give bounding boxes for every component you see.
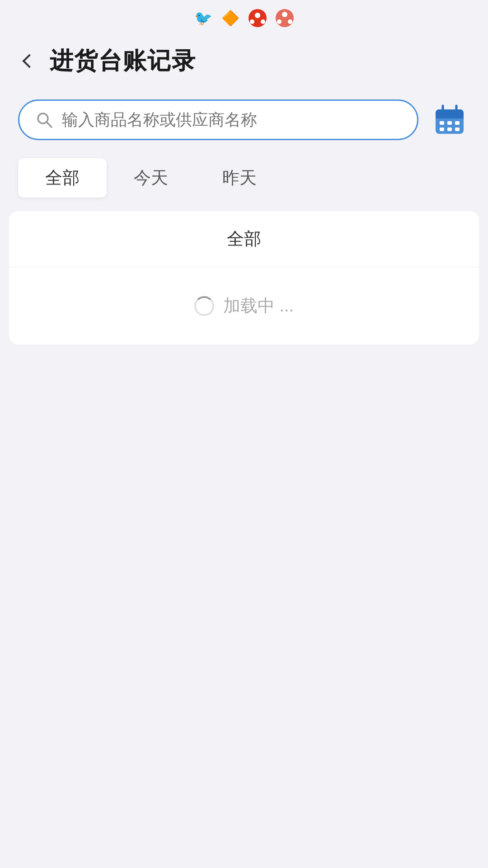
app-icon-1: 🐦 (193, 8, 214, 28)
app-icon-2: 🔶 (220, 8, 241, 28)
svg-rect-20 (455, 127, 460, 131)
search-bar[interactable] (18, 99, 418, 140)
svg-rect-17 (455, 121, 460, 125)
content-area: 全部 加载中 ... (9, 211, 479, 344)
search-section (0, 90, 488, 154)
header: 进货台账记录 (0, 36, 488, 90)
content-section-title: 全部 (9, 211, 479, 267)
svg-point-6 (277, 19, 282, 24)
svg-point-5 (282, 12, 287, 17)
loading-area: 加载中 ... (9, 267, 479, 344)
svg-rect-19 (447, 127, 452, 131)
app-icon-3 (247, 8, 268, 28)
loading-text: 加载中 ... (223, 294, 294, 317)
svg-point-3 (261, 19, 265, 24)
svg-rect-12 (436, 115, 464, 118)
status-bar: 🐦 🔶 (0, 0, 488, 36)
svg-point-2 (250, 19, 254, 24)
svg-rect-16 (447, 121, 452, 125)
status-icons: 🐦 🔶 (193, 8, 295, 28)
app-icon-4 (274, 8, 295, 28)
page-title: 进货台账记录 (50, 45, 196, 77)
search-icon (36, 111, 53, 128)
loading-spinner (194, 296, 214, 316)
back-chevron-icon (22, 54, 36, 68)
search-input[interactable] (62, 110, 401, 129)
svg-rect-15 (440, 121, 444, 125)
svg-point-7 (288, 19, 292, 24)
svg-line-9 (47, 122, 52, 127)
calendar-button[interactable] (429, 99, 470, 140)
tab-today[interactable]: 今天 (107, 158, 195, 198)
svg-point-1 (255, 13, 260, 18)
back-button[interactable] (18, 50, 41, 72)
tab-all[interactable]: 全部 (18, 158, 107, 198)
filter-tabs: 全部 今天 昨天 (0, 154, 488, 211)
tab-yesterday[interactable]: 昨天 (195, 158, 284, 198)
svg-rect-18 (440, 127, 444, 131)
